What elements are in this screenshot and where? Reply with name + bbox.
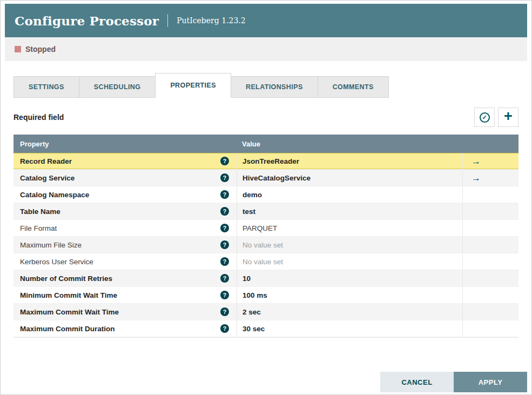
property-value-cell[interactable]: test: [237, 203, 462, 219]
tab-settings[interactable]: SETTINGS: [14, 76, 79, 98]
tab-label: COMMENTS: [333, 83, 374, 91]
property-name: File Format: [20, 224, 57, 232]
property-name-cell: Minimum Commit Wait Time ?: [14, 287, 237, 303]
dialog-content: SETTINGS SCHEDULING PROPERTIES RELATIONS…: [5, 61, 527, 338]
plus-icon: +: [504, 109, 513, 124]
dialog-title: Configure Processor: [15, 14, 159, 28]
property-value: 30 sec: [243, 325, 265, 333]
column-header-property: Property: [14, 140, 237, 148]
property-row[interactable]: Record Reader ? JsonTreeReader →: [14, 153, 518, 170]
tab-comments[interactable]: COMMENTS: [318, 76, 389, 98]
help-icon[interactable]: ?: [220, 207, 229, 216]
property-value-cell[interactable]: 10: [237, 270, 462, 286]
dialog-footer: CANCEL APPLY: [380, 372, 527, 392]
cancel-button[interactable]: CANCEL: [380, 372, 454, 392]
property-row[interactable]: File Format ? PARQUET: [14, 220, 518, 237]
property-action-cell: [462, 253, 518, 270]
help-icon[interactable]: ?: [220, 324, 229, 333]
tab-label: SETTINGS: [29, 83, 64, 91]
property-value-cell[interactable]: 30 sec: [237, 320, 462, 337]
property-value: 10: [243, 275, 251, 283]
help-icon[interactable]: ?: [220, 173, 229, 182]
help-icon[interactable]: ?: [220, 240, 229, 249]
property-value-cell[interactable]: PARQUET: [237, 220, 462, 236]
property-value: No value set: [243, 258, 283, 266]
stopped-square-icon: [15, 46, 21, 52]
property-name-cell: Kerberos User Service ?: [14, 253, 237, 270]
property-value-cell[interactable]: demo: [237, 186, 462, 203]
property-row[interactable]: Maximum Commit Duration ? 30 sec: [14, 320, 518, 337]
property-value-cell[interactable]: No value set: [237, 253, 462, 270]
toolbar-buttons: ✓ +: [471, 108, 518, 127]
property-name: Number of Commit Retries: [20, 275, 112, 283]
property-value: test: [243, 207, 255, 216]
property-row[interactable]: Minimum Commit Wait Time ? 100 ms: [14, 287, 518, 304]
property-name: Maximum Commit Duration: [20, 325, 115, 333]
property-value-cell[interactable]: 100 ms: [237, 287, 462, 303]
property-name: Record Reader: [20, 157, 72, 165]
property-value-cell[interactable]: HiveCatalogService: [237, 170, 462, 186]
property-action-cell: [462, 304, 518, 320]
help-icon[interactable]: ?: [220, 257, 229, 266]
verify-properties-button[interactable]: ✓: [474, 108, 495, 127]
property-row[interactable]: Maximum File Size ? No value set: [14, 237, 518, 253]
property-value: HiveCatalogService: [243, 174, 311, 182]
help-icon[interactable]: ?: [220, 224, 229, 232]
tab-label: PROPERTIES: [170, 82, 216, 89]
status-label: Stopped: [25, 45, 56, 53]
property-value: 100 ms: [243, 291, 267, 299]
property-action-cell: [462, 320, 518, 337]
property-row[interactable]: Kerberos User Service ? No value set: [14, 253, 518, 270]
column-header-value: Value: [237, 140, 462, 148]
property-row[interactable]: Number of Commit Retries ? 10: [14, 270, 518, 287]
goto-service-arrow-icon[interactable]: →: [472, 157, 481, 166]
property-name-cell: File Format ?: [14, 220, 237, 236]
property-row[interactable]: Table Name ? test: [14, 203, 518, 220]
property-name-cell: Maximum Commit Wait Time ?: [14, 304, 237, 320]
property-action-cell: [462, 237, 518, 253]
property-name: Minimum Commit Wait Time: [20, 291, 117, 299]
goto-service-arrow-icon[interactable]: →: [472, 173, 481, 183]
tab-label: SCHEDULING: [94, 83, 141, 91]
property-row[interactable]: Catalog Service ? HiveCatalogService →: [14, 170, 518, 186]
property-name-cell: Catalog Namespace ?: [14, 186, 237, 203]
help-icon[interactable]: ?: [220, 190, 229, 199]
property-row[interactable]: Maximum Commit Wait Time ? 2 sec: [14, 304, 518, 320]
property-name-cell: Maximum Commit Duration ?: [14, 320, 237, 337]
property-action-cell: [462, 287, 518, 303]
property-value-cell[interactable]: JsonTreeReader: [237, 153, 462, 169]
help-icon[interactable]: ?: [220, 157, 229, 165]
tab-properties[interactable]: PROPERTIES: [155, 73, 231, 98]
property-value: demo: [243, 191, 262, 199]
property-value-cell[interactable]: No value set: [237, 237, 462, 253]
property-value: PARQUET: [243, 224, 277, 232]
title-separator: [167, 14, 168, 27]
property-name-cell: Catalog Service ?: [14, 170, 237, 186]
help-icon[interactable]: ?: [220, 274, 229, 283]
property-action-cell: [462, 270, 518, 286]
tab-bar: SETTINGS SCHEDULING PROPERTIES RELATIONS…: [14, 73, 518, 98]
property-value: 2 sec: [243, 308, 261, 316]
property-name: Maximum Commit Wait Time: [20, 308, 119, 316]
property-name-cell: Table Name ?: [14, 203, 237, 219]
property-name: Kerberos User Service: [20, 258, 93, 266]
properties-table: Property Value Record Reader ? JsonTreeR…: [14, 135, 518, 338]
add-property-button[interactable]: +: [498, 108, 518, 127]
property-name-cell: Number of Commit Retries ?: [14, 270, 237, 286]
tab-relationships[interactable]: RELATIONSHIPS: [231, 76, 318, 98]
property-value-cell[interactable]: 2 sec: [237, 304, 462, 320]
apply-button[interactable]: APPLY: [454, 372, 527, 392]
status-bar: Stopped: [5, 37, 527, 61]
property-name: Maximum File Size: [20, 241, 82, 249]
help-icon[interactable]: ?: [220, 307, 229, 316]
property-name: Table Name: [20, 207, 60, 216]
property-value: JsonTreeReader: [243, 157, 299, 165]
property-action-cell: [462, 220, 518, 236]
dialog-header: Configure Processor PutIceberg 1.23.2: [5, 4, 527, 37]
tab-scheduling[interactable]: SCHEDULING: [79, 76, 156, 98]
property-value: No value set: [243, 241, 283, 249]
help-icon[interactable]: ?: [220, 291, 229, 299]
property-row[interactable]: Catalog Namespace ? demo: [14, 186, 518, 203]
tab-label: RELATIONSHIPS: [246, 83, 303, 91]
table-header-row: Property Value: [14, 135, 518, 153]
